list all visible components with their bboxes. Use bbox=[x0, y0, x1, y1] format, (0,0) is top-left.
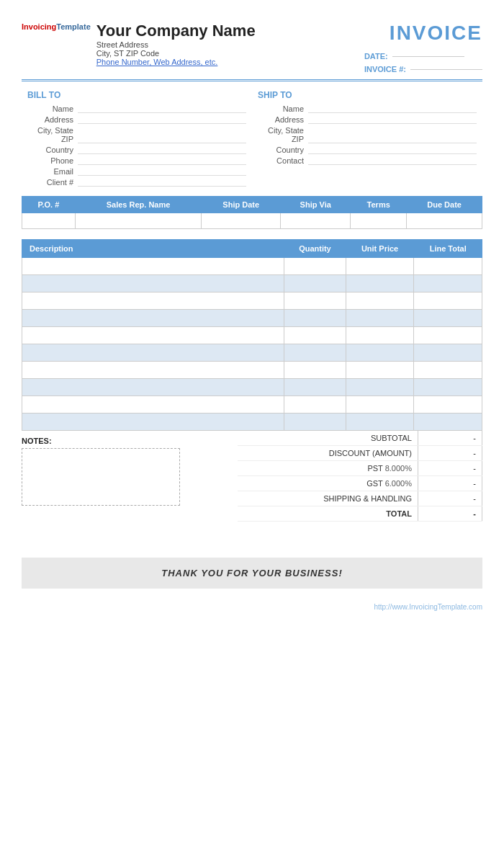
items-cell-7-3 bbox=[414, 379, 482, 396]
items-cell-6-3 bbox=[414, 362, 482, 379]
bill-country-value bbox=[78, 146, 246, 154]
bill-name-label: Name bbox=[27, 104, 78, 113]
notes-box[interactable] bbox=[22, 448, 180, 506]
items-cell-8-1 bbox=[284, 396, 346, 414]
bill-client-value bbox=[78, 178, 246, 187]
gst-value: - bbox=[418, 476, 482, 491]
items-cell-3-3 bbox=[414, 310, 482, 327]
po-val-ship-date bbox=[202, 213, 281, 229]
items-header-row: Description Quantity Unit Price Line Tot… bbox=[22, 240, 482, 258]
po-col-terms: Terms bbox=[351, 197, 407, 213]
items-row bbox=[22, 362, 482, 379]
items-row bbox=[22, 414, 482, 431]
bill-country-label: Country bbox=[27, 146, 78, 154]
gst-label: GST 6.000% bbox=[238, 476, 418, 491]
pst-label: PST 8.000% bbox=[238, 461, 418, 475]
invoice-meta-right: INVOICE DATE: INVOICE #: bbox=[364, 22, 482, 73]
items-cell-2-3 bbox=[414, 292, 482, 310]
items-cell-4-1 bbox=[284, 327, 346, 344]
items-row bbox=[22, 344, 482, 362]
logo-template: Template bbox=[56, 22, 90, 31]
pst-value: - bbox=[418, 461, 482, 475]
items-row bbox=[22, 258, 482, 275]
bill-to-title: BILL TO bbox=[27, 90, 246, 100]
items-cell-9-2 bbox=[346, 414, 414, 431]
po-col-due-date: Due Date bbox=[407, 197, 482, 213]
thank-you-banner: THANK YOU FOR YOUR BUSINESS! bbox=[22, 558, 482, 589]
ship-country-value bbox=[308, 146, 477, 154]
subtotal-value: - bbox=[418, 431, 482, 445]
bill-city-value bbox=[78, 126, 246, 143]
po-val-terms bbox=[351, 213, 407, 229]
po-val-due-date bbox=[407, 213, 482, 229]
shipping-value: - bbox=[418, 491, 482, 506]
subtotal-label: SUBTOTAL bbox=[238, 431, 418, 445]
po-col-ship-date: Ship Date bbox=[202, 197, 281, 213]
bill-address-row: Address bbox=[27, 115, 246, 124]
ship-city-label: City, State ZIP bbox=[258, 126, 308, 143]
ship-to-section: SHIP TO Name Address City, State ZIP Cou… bbox=[252, 90, 482, 189]
ship-contact-label: Contact bbox=[258, 156, 308, 165]
po-val-ship-via bbox=[281, 213, 351, 229]
items-cell-8-3 bbox=[414, 396, 482, 414]
discount-label: DISCOUNT (AMOUNT) bbox=[238, 446, 418, 460]
invoice-title: INVOICE bbox=[390, 22, 482, 45]
bill-country-row: Country bbox=[27, 146, 246, 154]
po-col-ship-via: Ship Via bbox=[281, 197, 351, 213]
ship-name-value bbox=[308, 104, 477, 113]
po-table: P.O. # Sales Rep. Name Ship Date Ship Vi… bbox=[22, 196, 482, 229]
bill-to-section: BILL TO Name Address City, State ZIP Cou… bbox=[22, 90, 252, 189]
ship-address-row: Address bbox=[258, 115, 477, 124]
total-row: TOTAL - bbox=[238, 506, 482, 522]
items-cell-0-2 bbox=[346, 258, 414, 275]
items-cell-4-0 bbox=[22, 327, 284, 344]
total-label: TOTAL bbox=[238, 506, 418, 521]
items-cell-8-2 bbox=[346, 396, 414, 414]
items-cell-6-0 bbox=[22, 362, 284, 379]
ship-address-value bbox=[308, 115, 477, 124]
items-cell-5-2 bbox=[346, 344, 414, 362]
discount-value: - bbox=[418, 446, 482, 460]
items-cell-5-1 bbox=[284, 344, 346, 362]
thank-you-text: THANK YOU FOR YOUR BUSINESS! bbox=[161, 568, 342, 578]
items-cell-1-3 bbox=[414, 275, 482, 292]
po-val-sales-rep bbox=[75, 213, 201, 229]
bill-email-row: Email bbox=[27, 167, 246, 176]
invoice-number-row: INVOICE #: bbox=[364, 65, 482, 73]
items-cell-6-2 bbox=[346, 362, 414, 379]
company-details: Your Company Name Street Address City, S… bbox=[96, 22, 256, 66]
bill-name-value bbox=[78, 104, 246, 113]
bill-phone-value bbox=[78, 156, 246, 165]
logo-invoicing: Invoicing bbox=[22, 22, 56, 31]
subtotal-row: SUBTOTAL - bbox=[238, 431, 482, 446]
ship-address-label: Address bbox=[258, 115, 308, 124]
gst-row: GST 6.000% - bbox=[238, 476, 482, 491]
bill-client-label: Client # bbox=[27, 178, 78, 187]
items-col-unit-price: Unit Price bbox=[346, 240, 414, 258]
header-divider bbox=[22, 79, 482, 81]
items-cell-0-3 bbox=[414, 258, 482, 275]
items-cell-4-3 bbox=[414, 327, 482, 344]
po-val-po bbox=[22, 213, 76, 229]
bill-email-value bbox=[78, 167, 246, 176]
bill-ship-section: BILL TO Name Address City, State ZIP Cou… bbox=[22, 90, 482, 189]
company-info: InvoicingTemplate Your Company Name Stre… bbox=[22, 22, 256, 66]
invoice-header: InvoicingTemplate Your Company Name Stre… bbox=[22, 22, 482, 73]
items-row bbox=[22, 275, 482, 292]
items-cell-0-0 bbox=[22, 258, 284, 275]
ship-name-label: Name bbox=[258, 104, 308, 113]
company-contact-link[interactable]: Phone Number, Web Address, etc. bbox=[96, 58, 256, 66]
shipping-row: SHIPPING & HANDLING - bbox=[238, 491, 482, 506]
pst-row: PST 8.000% - bbox=[238, 461, 482, 476]
company-city: City, ST ZIP Code bbox=[96, 49, 256, 58]
ship-country-label: Country bbox=[258, 146, 308, 154]
totals-section: SUBTOTAL - DISCOUNT (AMOUNT) - PST 8.000… bbox=[238, 431, 482, 522]
bill-phone-label: Phone bbox=[27, 156, 78, 165]
logo: InvoicingTemplate bbox=[22, 22, 91, 32]
bill-client-row: Client # bbox=[27, 178, 246, 187]
footer-watermark: http://www.InvoicingTemplate.com bbox=[22, 603, 482, 611]
po-col-sales-rep: Sales Rep. Name bbox=[75, 197, 201, 213]
po-header-row: P.O. # Sales Rep. Name Ship Date Ship Vi… bbox=[22, 197, 482, 213]
items-cell-5-3 bbox=[414, 344, 482, 362]
items-cell-3-2 bbox=[346, 310, 414, 327]
